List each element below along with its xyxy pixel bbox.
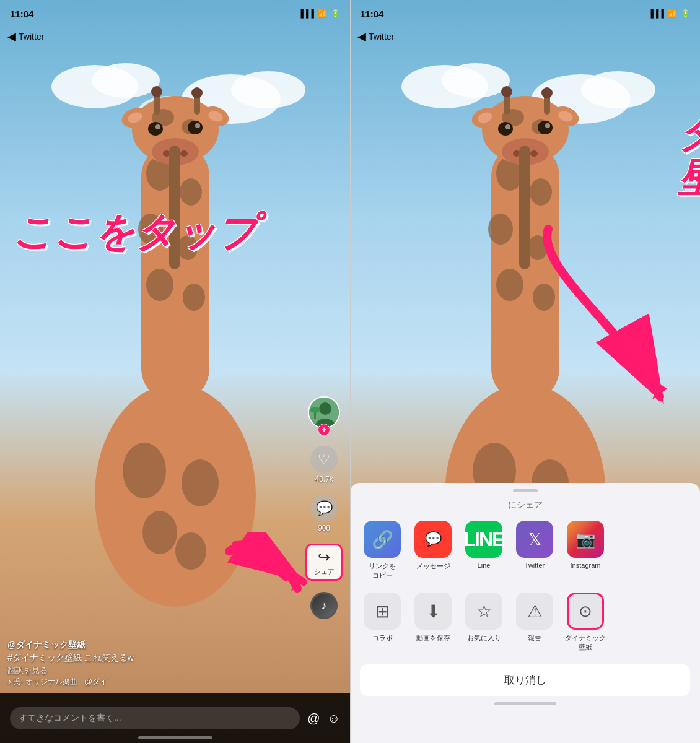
- comment-icon-container: 💬: [310, 495, 338, 522]
- svg-point-34: [175, 532, 206, 570]
- status-time-right: 11:04: [360, 9, 383, 19]
- dynamic-wallpaper-icon: ⊙: [567, 593, 604, 630]
- status-time: 11:04: [10, 9, 33, 19]
- panel-divider: [350, 0, 351, 743]
- comment-count: 908: [318, 524, 330, 532]
- message-item[interactable]: 💬 メッセージ: [411, 521, 455, 580]
- share-sheet-title: にシェア: [350, 500, 700, 511]
- report-label: 報告: [528, 633, 541, 643]
- back-label-right: Twitter: [369, 32, 394, 41]
- sheet-handle: [513, 489, 538, 492]
- collab-item[interactable]: ⊞ コラボ: [360, 593, 405, 652]
- video-info: @ダイナミック壁紙 #ダイナミック壁紙 これ笑えるw 翻訳を見る ♪ 氏- オリ…: [7, 638, 134, 688]
- twitter-item[interactable]: 𝕏 Twitter: [512, 521, 557, 580]
- comment-input-field[interactable]: すてきなコメントを書く...: [10, 707, 300, 729]
- svg-point-26: [148, 122, 163, 136]
- svg-point-50: [488, 214, 513, 245]
- twitter-label: Twitter: [525, 562, 545, 569]
- svg-point-62: [501, 86, 512, 97]
- svg-point-28: [155, 124, 160, 129]
- overlay-line1: ダイナミック: [678, 111, 700, 155]
- wifi-icon-right: 📶: [668, 9, 677, 18]
- instagram-label: Instagram: [571, 562, 601, 569]
- svg-point-3: [231, 71, 305, 108]
- see-more-link[interactable]: 翻訳を見る: [7, 664, 134, 677]
- svg-point-46: [581, 71, 655, 108]
- svg-point-70: [505, 124, 510, 129]
- message-label: メッセージ: [416, 562, 450, 571]
- status-bar-right: 11:04 ▐▐▐ 📶 🔋: [350, 0, 700, 27]
- creator-avatar[interactable]: +: [308, 396, 340, 435]
- back-chevron-icon[interactable]: ◀: [7, 30, 16, 43]
- copy-link-label: リンクをコピー: [369, 562, 396, 580]
- back-bar[interactable]: ◀ Twitter: [0, 27, 350, 46]
- instruction-text-left: ここをタップ: [12, 211, 258, 254]
- share-arrow-icon: ↪: [318, 549, 330, 566]
- svg-point-42: [310, 407, 320, 413]
- report-item[interactable]: ⚠ 報告: [512, 593, 557, 652]
- svg-point-20: [151, 86, 162, 97]
- creator-username: @ダイナミック壁紙: [7, 638, 134, 651]
- svg-point-71: [545, 123, 550, 128]
- follow-plus-button[interactable]: +: [318, 424, 330, 436]
- dynamic-wallpaper-item[interactable]: ⊙ ダイナミック壁紙: [563, 593, 608, 652]
- signal-icon: ▐▐▐: [298, 9, 314, 18]
- copy-link-icon: 🔗: [364, 521, 401, 558]
- battery-icon: 🔋: [331, 9, 340, 18]
- left-panel: 11:04 ▐▐▐ 📶 🔋 ◀ Twitter ここをタップ: [0, 0, 350, 743]
- svg-point-31: [123, 443, 166, 498]
- right-panel: 11:04 ▐▐▐ 📶 🔋 ◀ Twitter ダイナミック 壁紙をタップ: [350, 0, 700, 743]
- share-label: シェア: [314, 567, 335, 576]
- svg-point-22: [191, 87, 203, 98]
- comment-icon: 💬: [316, 500, 333, 516]
- cancel-label: 取り消し: [504, 674, 546, 686]
- svg-point-7: [180, 178, 202, 206]
- message-icon: 💬: [414, 521, 452, 558]
- home-indicator-right: [494, 702, 556, 705]
- like-button[interactable]: ♡ 43.7k: [310, 446, 338, 484]
- like-count: 43.7k: [315, 475, 333, 484]
- instagram-item[interactable]: 📷 Instagram: [563, 521, 608, 580]
- at-icon[interactable]: @: [307, 711, 320, 726]
- cancel-button[interactable]: 取り消し: [360, 664, 690, 696]
- copy-link-item[interactable]: 🔗 リンクをコピー: [360, 521, 405, 580]
- back-bar-right[interactable]: ◀ Twitter: [350, 27, 700, 46]
- svg-point-1: [92, 63, 160, 98]
- svg-point-68: [498, 122, 513, 136]
- battery-icon-right: 🔋: [681, 9, 690, 18]
- line-icon: LINE: [465, 521, 502, 558]
- line-label: Line: [478, 562, 491, 569]
- svg-point-25: [180, 150, 188, 157]
- heart-icon-container: ♡: [310, 446, 338, 473]
- favorite-item[interactable]: ☆ お気に入り: [462, 593, 506, 652]
- line-item[interactable]: LINE Line: [462, 521, 506, 580]
- hashtag-text: #ダイナミック壁紙 これ笑えるw: [7, 651, 134, 664]
- svg-point-64: [541, 87, 553, 98]
- share-sheet: にシェア 🔗 リンクをコピー 💬 メッセージ LINE Line 𝕏 Twitt…: [350, 483, 700, 743]
- dynamic-wallpaper-label: ダイナミック壁紙: [563, 633, 608, 652]
- collab-label: コラボ: [372, 633, 393, 643]
- share-actions-row: ⊞ コラボ ⬇ 動画を保存 ☆ お気に入り ⚠ 報告 ⊙ ダイナミック壁紙: [350, 593, 700, 652]
- status-icons: ▐▐▐ 📶 🔋: [298, 9, 340, 18]
- favorite-icon: ☆: [465, 593, 502, 630]
- comment-button[interactable]: 💬 908: [310, 495, 338, 532]
- svg-point-39: [319, 402, 331, 415]
- pink-arrow-left: [217, 532, 316, 607]
- svg-point-32: [182, 459, 219, 506]
- back-chevron-icon-right[interactable]: ◀: [357, 30, 366, 43]
- svg-point-69: [538, 121, 553, 134]
- svg-point-67: [530, 150, 538, 157]
- home-indicator: [138, 736, 212, 739]
- save-video-label: 動画を保存: [416, 633, 450, 643]
- svg-point-44: [442, 63, 510, 98]
- favorite-label: お気に入り: [467, 633, 501, 643]
- svg-point-29: [195, 123, 200, 128]
- emoji-icon[interactable]: ☺: [328, 711, 340, 726]
- overlay-line2: 壁紙をタップ: [678, 155, 700, 199]
- comment-bar: すてきなコメントを書く... @ ☺: [0, 693, 350, 743]
- svg-point-49: [530, 178, 552, 206]
- status-bar: 11:04 ▐▐▐ 📶 🔋: [0, 0, 350, 27]
- save-video-item[interactable]: ⬇ 動画を保存: [411, 593, 455, 652]
- heart-icon: ♡: [318, 451, 330, 467]
- svg-point-27: [188, 121, 203, 134]
